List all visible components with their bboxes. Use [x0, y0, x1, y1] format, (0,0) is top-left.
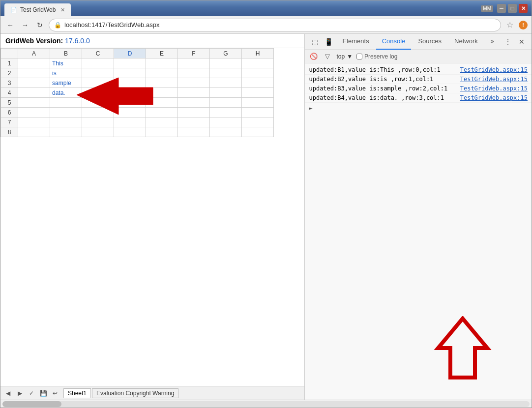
- cell-a7[interactable]: [18, 117, 50, 127]
- cell-c7[interactable]: [82, 117, 114, 127]
- cell-g7[interactable]: [210, 117, 242, 127]
- cell-a8[interactable]: [18, 127, 50, 137]
- col-header-e[interactable]: E: [146, 49, 178, 58]
- cell-b7[interactable]: [50, 117, 82, 127]
- cell-a6[interactable]: [18, 108, 50, 117]
- devtools-close-button[interactable]: ✕: [516, 36, 528, 48]
- console-source-4[interactable]: TestGridWeb.aspx:15: [460, 94, 528, 101]
- cell-b2[interactable]: is: [50, 68, 82, 78]
- cell-b5[interactable]: [50, 98, 82, 108]
- console-filter-button[interactable]: ▽: [323, 52, 332, 61]
- cell-a3[interactable]: [18, 78, 50, 88]
- copyright-button[interactable]: Evaluation Copyright Warning: [92, 388, 178, 398]
- cell-g1[interactable]: [210, 58, 242, 68]
- cell-e5[interactable]: [146, 98, 178, 108]
- col-header-h[interactable]: H: [242, 49, 274, 58]
- cell-f7[interactable]: [178, 117, 210, 127]
- spreadsheet-container[interactable]: A B C D E F G H 1: [0, 48, 304, 386]
- refresh-button[interactable]: ↻: [34, 19, 46, 31]
- cell-c1[interactable]: [82, 58, 114, 68]
- back-button[interactable]: ←: [4, 19, 16, 31]
- minimize-button[interactable]: ─: [497, 4, 506, 13]
- device-mode-button[interactable]: 📱: [323, 36, 334, 48]
- col-header-a[interactable]: A: [18, 49, 50, 58]
- cell-f3[interactable]: [178, 78, 210, 88]
- tab-sources[interactable]: Sources: [412, 34, 447, 50]
- devtools-settings-button[interactable]: ⋮: [502, 36, 514, 48]
- cell-h3[interactable]: [242, 78, 274, 88]
- cell-c3[interactable]: [82, 78, 114, 88]
- cell-e2[interactable]: [146, 68, 178, 78]
- forward-button[interactable]: →: [19, 19, 31, 31]
- preserve-log-checkbox[interactable]: [356, 54, 362, 59]
- cell-f8[interactable]: [178, 127, 210, 137]
- tab-close-button[interactable]: ✕: [60, 7, 65, 13]
- cell-g3[interactable]: [210, 78, 242, 88]
- cell-e8[interactable]: [146, 127, 178, 137]
- cell-c5[interactable]: [82, 98, 114, 108]
- cell-b3[interactable]: sample: [50, 78, 82, 88]
- cell-b4[interactable]: data.: [50, 88, 82, 98]
- cell-f4[interactable]: [178, 88, 210, 98]
- tab-elements[interactable]: Elements: [336, 34, 375, 50]
- scrollbar-thumb[interactable]: [2, 401, 61, 407]
- cell-d7[interactable]: [114, 117, 146, 127]
- cell-f5[interactable]: [178, 98, 210, 108]
- col-header-b[interactable]: B: [50, 49, 82, 58]
- cell-e7[interactable]: [146, 117, 178, 127]
- browser-tab[interactable]: 📄 Test GridWeb ✕: [4, 3, 71, 16]
- cell-d2[interactable]: [114, 68, 146, 78]
- cell-f6[interactable]: [178, 108, 210, 117]
- browser-scrollbar[interactable]: [0, 400, 532, 408]
- cell-h5[interactable]: [242, 98, 274, 108]
- col-header-g[interactable]: G: [210, 49, 242, 58]
- sheet1-tab[interactable]: Sheet1: [63, 388, 91, 398]
- cell-e4[interactable]: [146, 88, 178, 98]
- next-sheet-button[interactable]: ▶: [14, 388, 25, 399]
- cell-c8[interactable]: [82, 127, 114, 137]
- cell-h4[interactable]: [242, 88, 274, 98]
- console-clear-button[interactable]: 🚫: [309, 52, 319, 61]
- cell-h2[interactable]: [242, 68, 274, 78]
- prev-sheet-button[interactable]: ◀: [2, 388, 13, 399]
- cell-c2[interactable]: [82, 68, 114, 78]
- inspect-element-button[interactable]: ⬚: [309, 36, 321, 48]
- col-header-c[interactable]: C: [82, 49, 114, 58]
- cell-d4[interactable]: [114, 88, 146, 98]
- save-button[interactable]: 💾: [38, 388, 49, 399]
- checkmark-button[interactable]: ✓: [26, 388, 37, 399]
- cell-g6[interactable]: [210, 108, 242, 117]
- tab-console[interactable]: Console: [376, 34, 412, 50]
- cell-a5[interactable]: [18, 98, 50, 108]
- cell-h8[interactable]: [242, 127, 274, 137]
- address-bar[interactable]: 🔒 localhost:1417/TestGridWeb.aspx: [49, 19, 501, 31]
- context-dropdown[interactable]: top ▼: [336, 53, 353, 60]
- cell-f2[interactable]: [178, 68, 210, 78]
- cell-a1[interactable]: [18, 58, 50, 68]
- tab-more[interactable]: »: [485, 34, 500, 50]
- cell-g4[interactable]: [210, 88, 242, 98]
- cell-b8[interactable]: [50, 127, 82, 137]
- cell-e1[interactable]: [146, 58, 178, 68]
- cell-d1[interactable]: [114, 58, 146, 68]
- cell-g5[interactable]: [210, 98, 242, 108]
- cell-d8[interactable]: [114, 127, 146, 137]
- cell-h6[interactable]: [242, 108, 274, 117]
- cell-e6[interactable]: [146, 108, 178, 117]
- console-source-2[interactable]: TestGridWeb.aspx:15: [460, 76, 528, 83]
- cell-f1[interactable]: [178, 58, 210, 68]
- col-header-d[interactable]: D: [114, 49, 146, 58]
- cell-g8[interactable]: [210, 127, 242, 137]
- cell-d6[interactable]: [114, 108, 146, 117]
- console-prompt[interactable]: ►: [305, 103, 532, 114]
- maximize-button[interactable]: □: [508, 4, 517, 13]
- undo-button[interactable]: ↩: [50, 388, 60, 399]
- console-source-1[interactable]: TestGridWeb.aspx:15: [460, 66, 528, 73]
- cell-a4[interactable]: [18, 88, 50, 98]
- tab-network[interactable]: Network: [448, 34, 484, 50]
- cell-c6[interactable]: [82, 108, 114, 117]
- cell-e3[interactable]: [146, 78, 178, 88]
- col-header-f[interactable]: F: [178, 49, 210, 58]
- console-source-3[interactable]: TestGridWeb.aspx:15: [460, 85, 528, 92]
- cell-h1[interactable]: [242, 58, 274, 68]
